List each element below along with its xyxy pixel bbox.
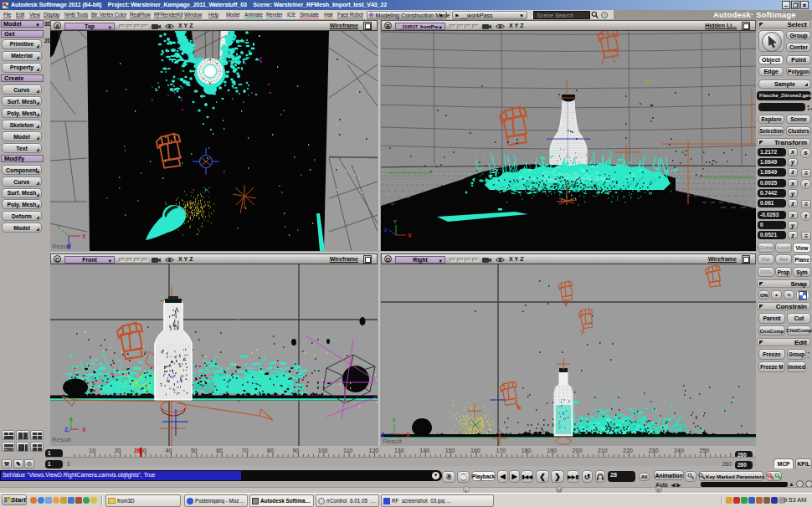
svg-text:40: 40: [166, 448, 172, 453]
svg-text:28: 28: [134, 448, 141, 453]
svg-text:110: 110: [343, 448, 352, 453]
svg-text:60: 60: [216, 448, 223, 453]
svg-text:240: 240: [674, 448, 684, 453]
svg-text:140: 140: [419, 448, 429, 453]
svg-text:50: 50: [191, 448, 198, 453]
svg-text:10: 10: [89, 448, 95, 453]
svg-text:200: 200: [573, 448, 583, 453]
svg-text:150: 150: [445, 448, 455, 453]
svg-text:120: 120: [369, 448, 379, 453]
svg-text:X: X: [82, 233, 86, 239]
svg-text:Y: Y: [57, 225, 60, 230]
svg-text:190: 190: [547, 448, 557, 453]
svg-text:Z: Z: [381, 432, 385, 438]
svg-text:160: 160: [470, 448, 481, 453]
svg-text:220: 220: [623, 448, 633, 453]
svg-text:130: 130: [394, 448, 404, 453]
svg-text:Z: Z: [384, 228, 388, 233]
svg-text:20: 20: [115, 448, 121, 453]
svg-text:Result: Result: [52, 436, 71, 443]
svg-text:Y: Y: [393, 219, 397, 224]
svg-text:Result: Result: [52, 243, 71, 250]
svg-text:100: 100: [318, 448, 328, 453]
svg-text:90: 90: [292, 448, 299, 453]
svg-text:Result: Result: [383, 438, 402, 445]
svg-text:80: 80: [267, 448, 274, 453]
svg-text:70: 70: [242, 448, 249, 453]
svg-text:Y: Y: [392, 417, 396, 423]
svg-text:230: 230: [649, 448, 659, 453]
svg-text:210: 210: [598, 448, 608, 453]
svg-text:250: 250: [700, 448, 710, 453]
svg-text:X: X: [406, 432, 410, 438]
svg-text:X: X: [408, 233, 412, 238]
svg-text:170: 170: [496, 448, 506, 453]
svg-text:180: 180: [522, 448, 532, 453]
svg-text:X: X: [82, 427, 86, 433]
